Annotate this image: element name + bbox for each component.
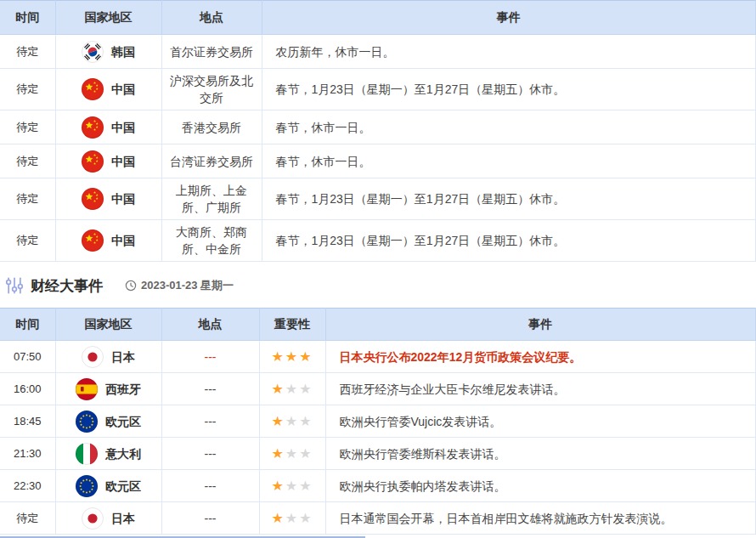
star-icon: ★ [271,382,285,396]
table-row[interactable]: 待定韩国首尔证券交易所农历新年，休市一日。 [0,35,756,69]
event-cell: 欧洲央行管委Vujcic发表讲话。 [325,405,756,438]
country-cell: 意大利 [55,438,161,470]
location-cell: --- [161,470,259,502]
event-cell: 欧洲央行管委维斯科发表讲话。 [325,438,756,470]
time-cell: 21:30 [0,438,55,470]
flag-jp-icon [82,346,104,368]
table-row[interactable]: 07:50日本---★★★日本央行公布2022年12月货币政策会议纪要。 [0,341,756,373]
table-header-row: 时间 国家地区 地点 重要性 事件 [0,309,756,341]
financial-events-table: 时间 国家地区 地点 重要性 事件 07:50日本---★★★日本央行公布202… [0,308,756,535]
location-cell: --- [161,438,259,470]
country-cell: 中国 [55,144,161,178]
star-icon: ★ [271,511,285,525]
country-cell: 中国 [55,220,161,262]
country-name: 日本 [111,348,135,365]
time-cell: 16:00 [0,373,55,405]
table-row[interactable]: 待定中国香港交易所春节，休市一日。 [0,110,756,144]
table-header-row: 时间 国家地区 地点 事件 [0,1,756,35]
table-row[interactable]: 待定中国上期所、上金所、广期所春节，1月23日（星期一）至1月27日（星期五）休… [0,178,756,220]
flag-cn-icon [82,229,104,252]
country-name: 中国 [111,153,135,170]
location-cell: 大商所、郑商所、中金所 [161,220,262,262]
market-holiday-table: 时间 国家地区 地点 事件 待定韩国首尔证券交易所农历新年，休市一日。待定中国沪… [0,0,756,262]
importance-cell: ★★★ [259,438,325,470]
flag-cn-icon [82,188,104,210]
star-icon: ★ [299,479,313,493]
country-cell: 中国 [55,69,161,110]
column-header-event: 事件 [262,1,756,35]
location-cell: --- [161,405,259,438]
flag-eu-icon [76,411,98,433]
country-cell: 日本 [55,341,161,373]
country-cell: 欧元区 [55,405,161,438]
column-header-country: 国家地区 [55,309,161,341]
column-header-importance: 重要性 [259,309,325,341]
table-row[interactable]: 待定日本---★★★日本通常国会开幕，日本首相岸田文雄将就施政方针发表演说。 [0,502,756,535]
flag-it-icon [76,443,98,465]
time-cell: 18:45 [0,405,55,438]
table-row[interactable]: 22:30欧元区---★★★欧洲央行执委帕内塔发表讲话。 [0,470,756,502]
column-header-location: 地点 [161,1,262,35]
section-date: 2023-01-23 星期一 [125,278,234,293]
event-cell: 日本央行公布2022年12月货币政策会议纪要。 [325,341,756,373]
star-icon: ★ [285,511,299,525]
location-cell: 上期所、上金所、广期所 [161,178,262,220]
importance-cell: ★★★ [259,502,325,535]
time-cell: 待定 [0,110,55,144]
table-row[interactable]: 16:00西班牙---★★★西班牙经济与企业大臣卡尔维尼发表讲话。 [0,373,756,405]
time-cell: 07:50 [0,341,55,373]
location-cell: 香港交易所 [161,110,262,144]
time-cell: 待定 [0,178,55,220]
column-header-event: 事件 [325,309,756,341]
column-header-time: 时间 [0,1,55,35]
star-icon: ★ [271,349,285,364]
location-cell: --- [161,373,259,405]
table-row[interactable]: 21:30意大利---★★★欧洲央行管委维斯科发表讲话。 [0,438,756,470]
column-header-time: 时间 [0,309,55,341]
star-icon: ★ [299,446,313,461]
country-cell: 韩国 [55,35,161,69]
location-cell: --- [161,341,259,373]
star-icon: ★ [285,479,299,493]
event-cell: 春节，休市一日。 [262,144,756,178]
flag-cn-icon [82,78,104,100]
country-name: 中国 [111,81,135,98]
section-date-text: 2023-01-23 星期一 [141,278,234,293]
country-cell: 中国 [55,178,161,220]
star-icon: ★ [299,349,313,364]
country-name: 西班牙 [105,381,141,398]
importance-stars: ★★★ [271,382,313,396]
table-row[interactable]: 待定中国沪深交易所及北交所春节，1月23日（星期一）至1月27日（星期五）休市。 [0,69,756,110]
country-name: 中国 [111,232,135,249]
location-cell: 首尔证券交易所 [161,35,262,69]
country-cell: 日本 [55,502,161,535]
time-cell: 待定 [0,35,55,69]
sliders-icon [5,276,24,295]
star-icon: ★ [271,414,285,428]
section-header: 财经大事件 2023-01-23 星期一 [0,262,756,308]
importance-stars: ★★★ [271,512,313,525]
star-icon: ★ [299,414,313,428]
star-icon: ★ [285,446,299,461]
time-cell: 待定 [0,502,55,535]
country-name: 韩国 [111,43,135,60]
time-cell: 待定 [0,144,55,178]
importance-stars: ★★★ [271,447,313,461]
star-icon: ★ [299,382,313,396]
country-name: 欧元区 [105,413,141,430]
country-cell: 中国 [55,110,161,144]
event-cell: 欧洲央行执委帕内塔发表讲话。 [325,470,756,502]
event-cell: 日本通常国会开幕，日本首相岸田文雄将就施政方针发表演说。 [325,502,756,535]
country-name: 中国 [111,119,135,136]
flag-cn-icon [82,150,104,173]
table-row[interactable]: 18:45欧元区---★★★欧洲央行管委Vujcic发表讲话。 [0,405,756,438]
star-icon: ★ [285,349,299,364]
section-title: 财经大事件 [31,276,103,296]
location-cell: --- [161,502,259,535]
importance-cell: ★★★ [259,341,325,373]
event-cell: 农历新年，休市一日。 [262,35,756,69]
country-name: 意大利 [105,445,141,462]
table-row[interactable]: 待定中国台湾证券交易所春节，休市一日。 [0,144,756,178]
country-name: 中国 [111,190,135,207]
table-row[interactable]: 待定中国大商所、郑商所、中金所春节，1月23日（星期一）至1月27日（星期五）休… [0,220,756,262]
